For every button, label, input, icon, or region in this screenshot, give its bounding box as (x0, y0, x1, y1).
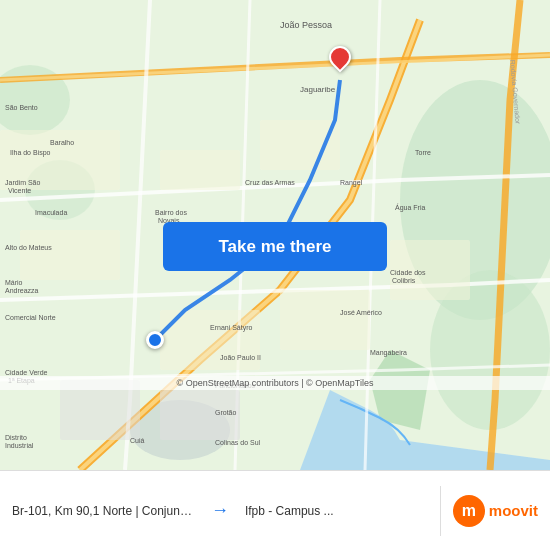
svg-text:Rangel: Rangel (340, 179, 363, 187)
svg-text:Torre: Torre (415, 149, 431, 156)
map-container: João Pessoa Jaguaribe São Bento Ilha do … (0, 0, 550, 470)
svg-rect-10 (260, 120, 340, 170)
svg-text:Jaguaribe: Jaguaribe (300, 85, 336, 94)
svg-text:Cuiá: Cuiá (130, 437, 145, 444)
svg-text:Água Fria: Água Fria (395, 203, 425, 212)
svg-text:Cidade dos: Cidade dos (390, 269, 426, 276)
svg-rect-12 (280, 290, 370, 350)
svg-text:João Paulo II: João Paulo II (220, 354, 261, 361)
svg-text:João Pessoa: João Pessoa (280, 20, 332, 30)
svg-rect-8 (20, 230, 120, 280)
bottom-bar: Br-101, Km 90,1 Norte | Conjunto... → If… (0, 470, 550, 550)
svg-text:Colinas do Sul: Colinas do Sul (215, 439, 261, 446)
svg-text:Imaculada: Imaculada (35, 209, 67, 216)
moovit-icon: m (453, 495, 485, 527)
svg-text:São Bento: São Bento (5, 104, 38, 111)
take-me-there-button[interactable]: Take me there (163, 222, 387, 271)
svg-text:Vicente: Vicente (8, 187, 31, 194)
svg-text:José Américo: José Américo (340, 309, 382, 316)
svg-text:Cidade Verde: Cidade Verde (5, 369, 48, 376)
origin-marker (146, 331, 164, 349)
svg-text:Colibris: Colibris (392, 277, 416, 284)
destination-text: Ifpb - Campus ... (245, 504, 428, 518)
moovit-logo: m moovit (441, 495, 550, 527)
svg-text:Mário: Mário (5, 279, 23, 286)
svg-text:Industrial: Industrial (5, 442, 34, 449)
svg-text:Alto do Mateus: Alto do Mateus (5, 244, 52, 251)
svg-text:Andreazza: Andreazza (5, 287, 39, 294)
svg-text:Comercial Norte: Comercial Norte (5, 314, 56, 321)
origin-location: Br-101, Km 90,1 Norte | Conjunto... (0, 504, 207, 518)
map-attribution: © OpenStreetMap contributors | © OpenMap… (0, 376, 550, 390)
svg-text:Jardim São: Jardim São (5, 179, 41, 186)
destination-marker (329, 46, 351, 68)
svg-text:Bairro dos: Bairro dos (155, 209, 187, 216)
origin-text: Br-101, Km 90,1 Norte | Conjunto... (12, 504, 195, 518)
svg-text:Ilha do Bispo: Ilha do Bispo (10, 149, 51, 157)
svg-text:Mangabeira: Mangabeira (370, 349, 407, 357)
svg-text:Distrito: Distrito (5, 434, 27, 441)
destination-location: Ifpb - Campus ... (233, 504, 440, 518)
moovit-brand-text: moovit (489, 502, 538, 519)
svg-rect-9 (160, 150, 240, 190)
svg-text:Cruz das Armas: Cruz das Armas (245, 179, 295, 186)
arrow-icon: → (207, 500, 233, 521)
svg-text:Baralho: Baralho (50, 139, 74, 146)
svg-text:Ernani Sátyro: Ernani Sátyro (210, 324, 253, 332)
svg-text:Grotão: Grotão (215, 409, 237, 416)
